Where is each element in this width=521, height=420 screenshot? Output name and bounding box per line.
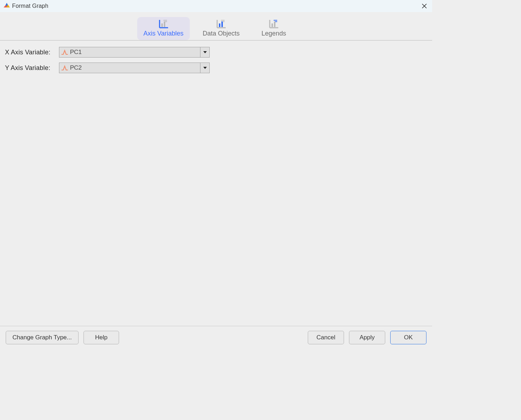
x-axis-row: X Axis Variable: PC1: [5, 47, 427, 58]
tab-data-objects[interactable]: Data Objects: [196, 17, 246, 40]
tab-axis-variables[interactable]: Axis Variables: [137, 17, 190, 40]
variable-peak-icon: [59, 49, 70, 55]
titlebar: Format Graph: [0, 0, 432, 12]
app-icon: [4, 2, 10, 10]
apply-button[interactable]: Apply: [349, 331, 385, 344]
svg-rect-7: [161, 23, 163, 27]
change-graph-type-button[interactable]: Change Graph Type...: [6, 331, 79, 344]
svg-rect-22: [275, 21, 277, 22]
format-graph-dialog: Format Graph Axis Variables: [0, 0, 432, 349]
tab-legends[interactable]: Legends: [252, 17, 295, 40]
svg-rect-20: [274, 21, 275, 27]
svg-rect-9: [163, 20, 167, 21]
x-axis-value: PC1: [70, 49, 82, 56]
close-button[interactable]: [420, 2, 429, 10]
chart-legend-icon: [268, 19, 279, 28]
svg-rect-15: [221, 20, 225, 21]
help-button[interactable]: Help: [84, 331, 119, 344]
dropdown-arrow: [200, 47, 209, 57]
chevron-down-icon: [203, 66, 207, 69]
footer: Change Graph Type... Help Cancel Apply O…: [0, 326, 432, 349]
tab-label: Data Objects: [203, 30, 240, 37]
y-axis-row: Y Axis Variable: PC2: [5, 63, 427, 73]
cancel-button[interactable]: Cancel: [308, 331, 344, 344]
svg-rect-16: [222, 21, 225, 22]
tab-label: Legends: [262, 30, 286, 37]
chart-bars-icon: [216, 19, 226, 28]
close-icon: [421, 3, 427, 9]
ok-button[interactable]: OK: [390, 331, 426, 344]
chevron-down-icon: [203, 51, 207, 54]
y-axis-label: Y Axis Variable:: [5, 64, 59, 72]
svg-rect-10: [165, 21, 167, 22]
tab-label: Axis Variables: [144, 30, 184, 37]
dropdown-arrow: [200, 63, 209, 73]
chart-axis-icon: [158, 19, 169, 28]
svg-marker-24: [203, 67, 207, 69]
y-axis-variable-dropdown[interactable]: PC2: [59, 63, 210, 73]
x-axis-variable-dropdown[interactable]: PC1: [59, 47, 210, 58]
tabstrip: Axis Variables Data Objects: [0, 12, 432, 41]
svg-marker-23: [203, 51, 207, 53]
svg-rect-14: [221, 21, 223, 27]
window-title: Format Graph: [12, 3, 48, 9]
svg-rect-13: [219, 23, 220, 27]
variable-peak-icon: [59, 65, 70, 71]
y-axis-value: PC2: [70, 64, 82, 71]
svg-rect-19: [272, 23, 273, 27]
svg-rect-21: [274, 20, 277, 21]
svg-rect-8: [164, 21, 165, 27]
dialog-body: X Axis Variable: PC1 Y Axis Variable:: [0, 41, 432, 326]
x-axis-label: X Axis Variable:: [5, 49, 59, 56]
